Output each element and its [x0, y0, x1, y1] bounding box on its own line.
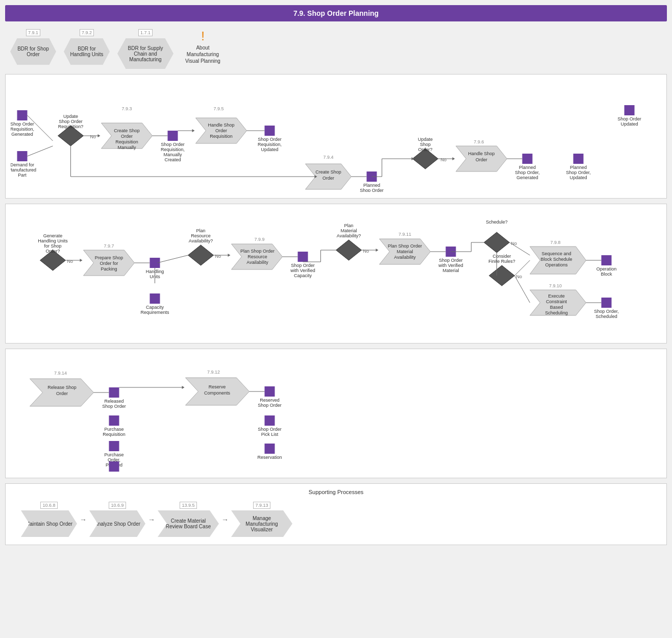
data-obj-purch-order-rel — [109, 461, 119, 472]
decision-plan-resource — [188, 245, 214, 265]
arrow-3: → — [221, 516, 229, 524]
svg-text:7.9.12: 7.9.12 — [207, 370, 220, 375]
arrow-1: → — [80, 516, 87, 524]
data-obj-demand — [17, 151, 28, 161]
svg-text:Part: Part — [18, 173, 27, 178]
svg-text:Operations: Operations — [545, 262, 568, 267]
svg-text:Constraint: Constraint — [546, 299, 567, 304]
version-79313: 7.9.13 — [253, 502, 270, 509]
svg-line-5 — [28, 146, 53, 156]
support-item-3: 13.9.5 Create Material Review Board Case — [158, 502, 219, 537]
svg-text:Shop Order,: Shop Order, — [566, 170, 591, 175]
svg-text:Shop Order: Shop Order — [291, 263, 315, 268]
svg-text:7.9.8: 7.9.8 — [550, 240, 560, 245]
svg-text:Block Schedule: Block Schedule — [540, 257, 572, 262]
data-obj-shop-scheduled — [602, 298, 612, 308]
svg-text:Shop: Shop — [420, 142, 431, 147]
svg-text:Material: Material — [442, 268, 459, 273]
svg-marker-151 — [182, 386, 185, 389]
svg-marker-11 — [98, 134, 101, 137]
label-shop-order-req-gen: Shop Order — [11, 121, 34, 127]
svg-text:No: No — [516, 274, 522, 279]
ref-item-1: 7.9.1 BDR for Shop Order — [10, 29, 56, 65]
svg-text:Update: Update — [418, 137, 433, 142]
svg-text:Availability?: Availability? — [337, 233, 361, 238]
svg-text:Requisition: Requisition — [210, 134, 233, 139]
data-obj-planned-updated — [574, 154, 584, 164]
svg-text:No: No — [441, 157, 447, 162]
svg-text:Order for: Order for — [99, 261, 118, 266]
svg-text:Generate: Generate — [43, 233, 63, 238]
svg-text:7.9.11: 7.9.11 — [399, 232, 411, 237]
svg-text:No: No — [90, 134, 96, 139]
svg-marker-84 — [228, 254, 231, 257]
svg-text:Requisition: Requisition — [103, 432, 126, 437]
svg-text:Order?: Order? — [418, 147, 432, 152]
svg-line-128 — [158, 255, 188, 263]
svg-text:Block: Block — [601, 272, 612, 277]
svg-text:Order: Order — [56, 391, 68, 396]
svg-text:Shop Order,: Shop Order, — [515, 170, 540, 175]
data-obj-pick-list — [265, 415, 275, 426]
svg-text:Plan Shop Order: Plan Shop Order — [240, 249, 275, 254]
node-1395: Create Material Review Board Case — [158, 510, 219, 537]
svg-text:7.9.4: 7.9.4 — [323, 155, 333, 160]
svg-text:Generated: Generated — [11, 132, 33, 137]
svg-marker-69 — [80, 259, 83, 262]
svg-text:Create Shop: Create Shop — [315, 169, 341, 175]
node-1068: Maintain Shop Order — [21, 510, 77, 537]
ref-item-alert: ! About Manufacturing Visual Planning — [181, 29, 225, 64]
data-obj-shop-order-req-gen — [17, 110, 28, 120]
main-container: 7.9. Shop Order Planning 7.9.1 BDR for S… — [0, 0, 672, 555]
svg-marker-98 — [376, 249, 379, 252]
svg-text:7.9.6: 7.9.6 — [474, 139, 484, 144]
supporting-processes-title: Supporting Processes — [11, 489, 661, 495]
svg-text:with Verified: with Verified — [438, 263, 463, 268]
svg-text:Prepare Shop: Prepare Shop — [95, 255, 123, 260]
data-obj-capacity — [150, 293, 160, 304]
decision-plan-material — [336, 240, 362, 260]
decision-finite — [489, 265, 515, 286]
svg-text:Order: Order — [215, 128, 227, 133]
section-1: Shop Order Requisition, Generated Demand… — [5, 74, 667, 199]
supporting-processes-row: 10.6.8 Maintain Shop Order → 10.6.9 Anal… — [11, 499, 661, 539]
ref-item-2: 7.9.2 BDR for Handling Units — [64, 29, 110, 65]
svg-text:Order?: Order? — [45, 249, 60, 254]
svg-text:Capacity: Capacity — [294, 273, 312, 278]
decision-schedule — [484, 232, 510, 253]
svg-text:Execute: Execute — [548, 293, 565, 299]
svg-text:Planned: Planned — [570, 165, 587, 170]
ref-alert-label: About Manufacturing Visual Planning — [181, 44, 225, 64]
section3-svg: 7.9.14 Release Shop Order Released Shop … — [11, 354, 661, 472]
svg-text:Order: Order — [121, 134, 133, 139]
svg-text:Update: Update — [63, 114, 78, 119]
svg-text:7.9.14: 7.9.14 — [54, 371, 67, 376]
svg-text:Updated: Updated — [569, 175, 587, 180]
data-obj-op-block — [602, 255, 612, 265]
svg-text:Availability?: Availability? — [189, 238, 213, 243]
svg-text:Scheduled: Scheduled — [595, 314, 617, 319]
svg-text:Reserve: Reserve — [209, 384, 226, 389]
svg-text:Manually: Manually — [117, 145, 136, 150]
svg-text:Requisition?: Requisition? — [58, 124, 84, 129]
svg-text:Shop Order: Shop Order — [59, 119, 83, 124]
svg-text:Requirements: Requirements — [140, 310, 169, 315]
svg-text:Reserved: Reserved — [260, 398, 280, 403]
section2-svg: Generate Handling Units for Shop Order? … — [11, 209, 661, 337]
svg-text:Purchase: Purchase — [104, 427, 123, 432]
svg-text:No: No — [215, 254, 221, 259]
data-obj-req-updated — [265, 126, 275, 136]
data-obj-req-manually — [168, 131, 178, 141]
svg-text:Shop Order: Shop Order — [102, 404, 126, 409]
top-references: 7.9.1 BDR for Shop Order 7.9.2 BDR for H… — [5, 27, 667, 74]
svg-text:Handle Shop: Handle Shop — [208, 122, 234, 128]
data-obj-reserved — [265, 386, 275, 397]
title-bar: 7.9. Shop Order Planning — [5, 5, 667, 21]
section-3: 7.9.14 Release Shop Order Released Shop … — [5, 349, 667, 478]
svg-text:Components: Components — [204, 390, 231, 396]
svg-text:Planned: Planned — [363, 183, 380, 188]
version-badge-3: 1.7.1 — [138, 29, 153, 36]
svg-text:Availability: Availability — [394, 255, 416, 260]
svg-text:Manufactured: Manufactured — [11, 167, 36, 173]
title-text: 7.9. Shop Order Planning — [293, 9, 379, 17]
